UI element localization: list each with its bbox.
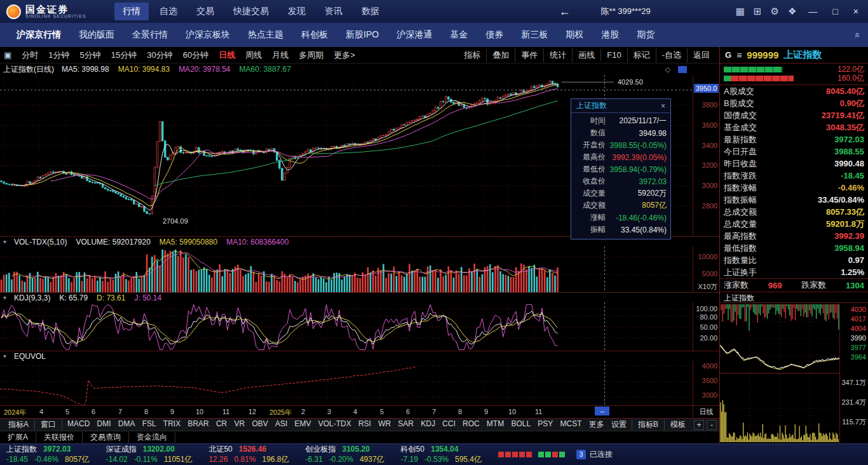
indicator-tab[interactable]: DMA xyxy=(118,419,135,430)
diamond-icon[interactable]: ◇ xyxy=(665,65,670,74)
indicator-tab[interactable]: CR xyxy=(216,419,227,430)
chart-tool[interactable]: 叠加 xyxy=(486,48,515,62)
collapse-panel-icon[interactable]: ▾ xyxy=(3,294,6,301)
menu-item[interactable]: 行情 xyxy=(114,3,149,20)
stock-code[interactable]: 999999 xyxy=(747,50,778,60)
kdj-chart[interactable] xyxy=(0,302,693,351)
market-g-icon[interactable]: G xyxy=(725,50,731,60)
period-tab[interactable]: 日线 xyxy=(214,48,240,62)
stock-name[interactable]: 上证指数 xyxy=(783,49,822,61)
close-icon[interactable]: × xyxy=(661,102,665,111)
indicator-tab[interactable]: MTM xyxy=(487,419,504,430)
period-tab[interactable]: 15分钟 xyxy=(106,48,142,62)
period-tab[interactable]: 30分钟 xyxy=(142,48,177,62)
extension-tab[interactable]: 扩展A xyxy=(0,432,36,443)
indicator-tab[interactable]: SAR xyxy=(398,419,414,430)
indicator-tab[interactable]: VOL-TDX xyxy=(318,419,351,430)
index-quote[interactable]: 上证指数 3972.03 -18.45 -0.46% 8057亿 xyxy=(6,445,90,464)
chart-tool[interactable]: 画线 xyxy=(572,48,600,62)
indicator-tab[interactable]: CCI xyxy=(442,419,456,430)
mini-intraday-chart[interactable] xyxy=(720,302,840,443)
period-tab[interactable]: 1分钟 xyxy=(43,48,74,62)
nav-item[interactable]: 期权 xyxy=(557,29,592,41)
chart-tool[interactable]: F10 xyxy=(600,49,627,61)
index-quote[interactable]: 创业板指 3105.20 -6.31 -0.20% 4937亿 xyxy=(306,445,384,464)
hamburger-icon[interactable]: ≡ xyxy=(736,50,742,60)
indicator-tab[interactable]: BOLL xyxy=(511,419,531,430)
nav-item[interactable]: 热点主题 xyxy=(239,29,292,41)
indicator-tab[interactable]: VR xyxy=(234,419,245,430)
apps-grid-icon[interactable]: ▦ xyxy=(736,6,745,17)
close-button[interactable]: × xyxy=(850,6,862,17)
indicator-tab[interactable]: PSY xyxy=(538,419,553,430)
nav-item[interactable]: 基金 xyxy=(441,29,477,41)
minimize-button[interactable]: — xyxy=(805,6,820,17)
indicator-tab[interactable]: 更多 xyxy=(589,419,604,430)
menu-item[interactable]: 自选 xyxy=(151,3,186,20)
chart-tool[interactable]: 事件 xyxy=(515,48,543,62)
chart-tool[interactable]: 标记 xyxy=(627,48,656,62)
indicator-tab[interactable]: ASI xyxy=(275,419,287,430)
menu-item[interactable]: 交易 xyxy=(188,3,222,20)
indicator-tab[interactable]: DMI xyxy=(97,419,111,430)
equvol-chart[interactable] xyxy=(0,361,693,405)
indicator-tab[interactable]: 设置 xyxy=(611,419,627,430)
remove-panel-button[interactable]: - xyxy=(707,420,717,430)
period-tab[interactable]: 月线 xyxy=(267,48,294,62)
indicator-tab[interactable]: EMV xyxy=(294,419,311,430)
indicator-tab[interactable]: BRAR xyxy=(187,419,208,430)
user-account[interactable]: 陈** 399***29 xyxy=(601,6,651,17)
period-tab[interactable]: 多周期 xyxy=(294,48,329,62)
index-quote[interactable]: 科创50 1354.04 -7.19 -0.53% 595.4亿 xyxy=(401,445,482,464)
indicator-tab[interactable]: OBV xyxy=(252,419,268,430)
extension-tab[interactable]: 交易查询 xyxy=(83,432,129,443)
indicator-tab[interactable]: FSL xyxy=(142,419,156,430)
layout-icon[interactable]: ▣ xyxy=(4,50,11,60)
extension-tab[interactable]: 资金流向 xyxy=(129,432,175,443)
indicator-tab[interactable]: MCST xyxy=(560,419,581,430)
indicator-tab[interactable]: ROC xyxy=(463,419,480,430)
menu-item[interactable]: 发现 xyxy=(280,3,314,20)
extension-tab[interactable]: 关联报价 xyxy=(36,432,83,443)
indicator-tab[interactable]: RSI xyxy=(358,419,371,430)
gift-icon[interactable]: ❖ xyxy=(788,6,796,17)
settings-icon[interactable]: ⚙ xyxy=(770,6,778,17)
tab-indicator-a[interactable]: 指标A xyxy=(3,419,35,430)
period-tab[interactable]: 更多> xyxy=(329,48,360,62)
chart-tool[interactable]: 指标 xyxy=(458,48,486,62)
period-tab[interactable]: 5分钟 xyxy=(75,48,106,62)
maximize-button[interactable]: □ xyxy=(829,6,841,17)
tab-indicator-b[interactable]: 指标B xyxy=(632,419,664,430)
nav-item[interactable]: 全景行情 xyxy=(123,29,177,41)
nav-item[interactable]: 新股IPO xyxy=(337,29,388,41)
menu-item[interactable]: 数据 xyxy=(353,3,388,20)
nav-item[interactable]: 沪深京板块 xyxy=(177,29,239,41)
index-quote[interactable]: 北证50 1526.46 12.26 0.81% 196.8亿 xyxy=(208,445,288,464)
tab-window[interactable]: 窗口 xyxy=(35,419,62,430)
menu-item[interactable]: 资讯 xyxy=(316,3,351,20)
nav-item[interactable]: 期货 xyxy=(628,29,663,41)
period-tab[interactable]: 周线 xyxy=(240,48,267,62)
nav-item[interactable]: 新三板 xyxy=(512,29,557,41)
index-quote[interactable]: 深证成指 13202.00 -14.02 -0.11% 11051亿 xyxy=(106,445,193,464)
indicator-tab[interactable]: WR xyxy=(378,419,391,430)
add-panel-button[interactable]: + xyxy=(694,420,704,430)
chart-tool[interactable]: 返回 xyxy=(687,48,715,62)
chart-tool[interactable]: 统计 xyxy=(543,48,572,62)
menu-item[interactable]: 快捷交易 xyxy=(225,3,277,20)
back-icon[interactable]: ← xyxy=(559,5,571,18)
period-tab[interactable]: 60分钟 xyxy=(178,48,214,62)
tab-template[interactable]: 模板 xyxy=(664,419,691,430)
nav-item[interactable]: 港股 xyxy=(592,29,628,41)
pane-control-icon[interactable] xyxy=(678,66,687,73)
chart-tool[interactable]: -自选 xyxy=(656,48,687,62)
indicator-tab[interactable]: MACD xyxy=(67,419,90,430)
nav-item[interactable]: 债券 xyxy=(477,29,512,41)
period-tab[interactable]: 分时 xyxy=(17,48,43,62)
panel-switch-icon[interactable]: ⊞ xyxy=(754,6,762,17)
indicator-tab[interactable]: KDJ xyxy=(421,419,435,430)
nav-item[interactable]: 我的版面 xyxy=(70,29,123,41)
nav-item[interactable]: 沪深京行情 xyxy=(8,29,70,41)
collapse-panel-icon[interactable]: ▾ xyxy=(3,238,6,245)
indicator-tab[interactable]: TRIX xyxy=(163,419,180,430)
